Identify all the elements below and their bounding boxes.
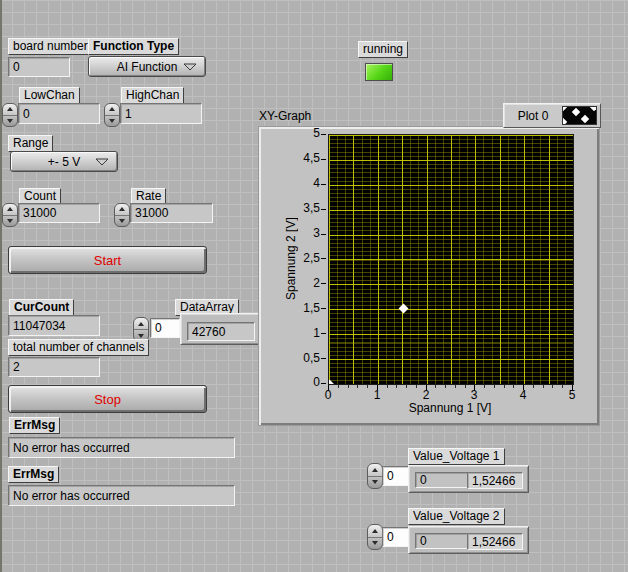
errmsg2-label: ErrMsg <box>8 466 59 483</box>
value-voltage-1-index-spinner[interactable] <box>367 463 383 489</box>
labview-front-panel: board number 0 Function Type AI Function… <box>0 0 628 572</box>
plot-area <box>328 134 574 385</box>
chevron-down-icon <box>183 63 197 71</box>
rate-field[interactable]: 31000 <box>130 203 213 223</box>
lowchan-label: LowChan <box>19 87 80 104</box>
function-type-value: AI Function <box>117 60 178 74</box>
count-field[interactable]: 31000 <box>18 203 100 223</box>
function-type-dropdown[interactable]: AI Function <box>88 56 206 77</box>
down-arrow-icon <box>119 219 125 223</box>
xy-graph-title: XY-Graph <box>259 109 311 123</box>
plot-legend-label: Plot 0 <box>504 109 562 123</box>
value-voltage-1-container: 0 1,52466 <box>408 465 529 493</box>
increment-button[interactable] <box>368 464 382 477</box>
stop-button[interactable]: Stop <box>8 385 207 413</box>
increment-button[interactable] <box>134 318 148 330</box>
errmsg2-field: No error has occurred <box>8 485 235 506</box>
data-point <box>398 303 408 313</box>
value-voltage-2-value-field: 1,52466 <box>467 533 523 550</box>
rate-spinner[interactable] <box>114 203 130 227</box>
y-axis-name: Spannung 2 [V] <box>283 134 299 383</box>
total-channels-field: 2 <box>8 357 100 377</box>
errmsg1-field: No error has occurred <box>8 437 235 458</box>
y-axis-ticks <box>321 134 326 384</box>
down-arrow-icon <box>109 119 115 123</box>
up-arrow-icon <box>109 107 115 111</box>
x-tick-label: 4 <box>511 388 535 402</box>
decrement-button[interactable] <box>368 477 382 489</box>
dataarray-index-field[interactable]: 0 <box>150 318 180 338</box>
range-dropdown[interactable]: +- 5 V <box>10 151 118 172</box>
board-number-label: board number <box>8 38 93 55</box>
up-arrow-icon <box>138 322 144 326</box>
start-button[interactable]: Start <box>8 246 207 274</box>
panel-left-edge <box>0 0 2 572</box>
running-led <box>365 63 393 81</box>
highchan-label: HighChan <box>121 87 184 104</box>
errmsg1-label: ErrMsg <box>9 417 60 434</box>
lowchan-spinner[interactable] <box>2 103 18 127</box>
dataarray-container: 42760 <box>180 313 260 345</box>
curcount-field: 11047034 <box>8 315 100 336</box>
x-axis-name: Spannung 1 [V] <box>390 401 510 415</box>
down-arrow-icon <box>138 334 144 338</box>
highchan-spinner[interactable] <box>104 103 120 127</box>
up-arrow-icon <box>7 207 13 211</box>
decrement-button[interactable] <box>3 216 17 227</box>
total-channels-label: total number of channels <box>8 339 149 356</box>
up-arrow-icon <box>7 107 13 111</box>
value-voltage-1-label: Value_Voltage 1 <box>408 448 505 465</box>
increment-button[interactable] <box>3 204 17 216</box>
increment-button[interactable] <box>105 104 119 116</box>
up-arrow-icon <box>372 529 378 533</box>
value-voltage-1-element0-field: 0 <box>415 472 468 488</box>
running-label: running <box>358 41 408 58</box>
range-label: Range <box>8 135 53 152</box>
down-arrow-icon <box>372 541 378 545</box>
count-spinner[interactable] <box>2 203 18 227</box>
increment-button[interactable] <box>368 525 382 538</box>
x-tick-label: 3 <box>462 388 486 402</box>
decrement-button[interactable] <box>105 116 119 127</box>
function-type-label: Function Type <box>88 38 179 55</box>
value-voltage-2-container: 0 1,52466 <box>408 526 529 554</box>
x-tick-label: 5 <box>560 388 584 402</box>
decrement-button[interactable] <box>368 538 382 550</box>
increment-button[interactable] <box>115 204 129 216</box>
decrement-button[interactable] <box>115 216 129 227</box>
x-tick-label: 2 <box>414 388 438 402</box>
down-arrow-icon <box>7 119 13 123</box>
plot-legend[interactable]: Plot 0 <box>503 103 601 128</box>
value-voltage-2-index-spinner[interactable] <box>367 524 383 550</box>
down-arrow-icon <box>7 219 13 223</box>
curcount-label: CurCount <box>9 299 74 316</box>
value-voltage-2-label: Value_Voltage 2 <box>408 508 505 525</box>
lowchan-field[interactable]: 0 <box>18 103 100 124</box>
increment-button[interactable] <box>3 104 17 116</box>
highchan-field[interactable]: 1 <box>120 103 202 124</box>
range-value: +- 5 V <box>48 155 80 169</box>
dataarray-value-field: 42760 <box>187 322 255 341</box>
scatter-plot-swatch-icon <box>562 106 597 125</box>
up-arrow-icon <box>372 468 378 472</box>
board-number-field[interactable]: 0 <box>8 57 70 77</box>
decrement-button[interactable] <box>3 116 17 127</box>
x-tick-label: 1 <box>365 388 389 402</box>
down-arrow-icon <box>372 480 378 484</box>
value-voltage-1-value-field: 1,52466 <box>467 472 523 489</box>
up-arrow-icon <box>119 207 125 211</box>
value-voltage-2-element0-field: 0 <box>415 533 468 549</box>
chevron-down-icon <box>95 158 109 166</box>
x-tick-label: 0 <box>316 388 340 402</box>
